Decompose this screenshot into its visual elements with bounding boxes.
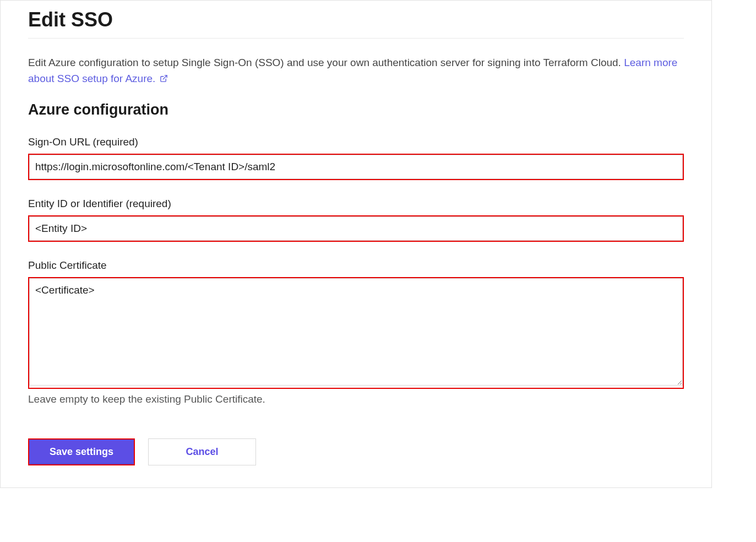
edit-sso-page: Edit SSO Edit Azure configuration to set… [0,0,712,488]
public-cert-textarea[interactable] [29,278,683,386]
svg-line-0 [163,75,167,79]
description-text: Edit Azure configuration to setup Single… [28,57,624,68]
page-title: Edit SSO [28,8,684,31]
entity-id-label: Entity ID or Identifier (required) [28,198,684,210]
entity-id-field: Entity ID or Identifier (required) [28,198,684,242]
title-divider [28,38,684,39]
save-button-highlight: Save settings [28,438,135,465]
azure-config-heading: Azure configuration [28,101,684,118]
public-cert-helper: Leave empty to keep the existing Public … [28,393,684,405]
save-settings-button[interactable]: Save settings [29,440,134,464]
cancel-button[interactable]: Cancel [148,438,256,465]
sign-on-url-label: Sign-On URL (required) [28,136,684,148]
entity-id-input[interactable] [29,216,683,241]
sign-on-url-field: Sign-On URL (required) [28,136,684,180]
sign-on-url-highlight [28,154,684,180]
form-actions: Save settings Cancel [28,438,684,465]
public-cert-label: Public Certificate [28,259,684,272]
sign-on-url-input[interactable] [29,155,683,179]
entity-id-highlight [28,215,684,242]
public-cert-field: Public Certificate Leave empty to keep t… [28,259,684,405]
public-cert-highlight [28,277,684,389]
content-container: Edit SSO Edit Azure configuration to set… [1,8,711,465]
external-link-icon [160,72,168,88]
page-description: Edit Azure configuration to setup Single… [28,55,684,87]
